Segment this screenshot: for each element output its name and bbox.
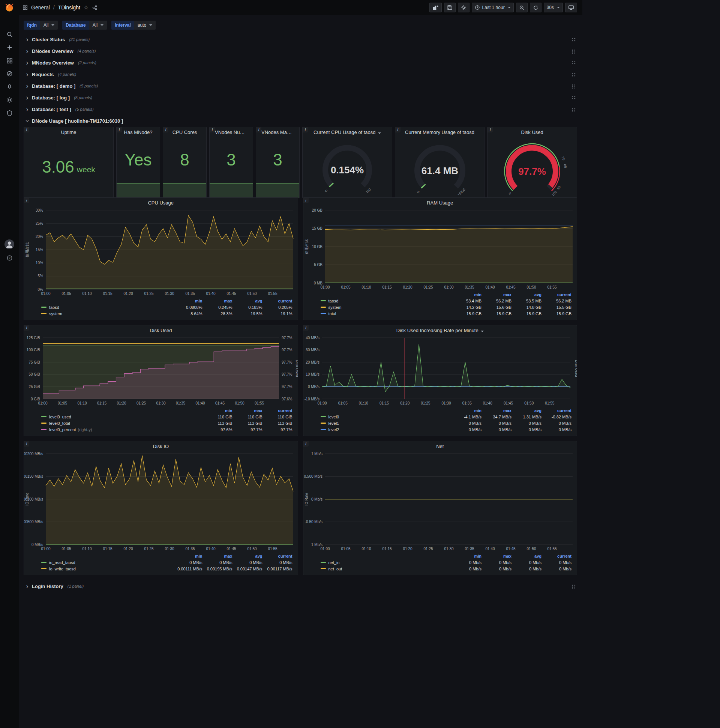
svg-text:-10 MB/s: -10 MB/s <box>304 397 319 401</box>
panel-title[interactable]: Disk Used Increasing Rate per Minute <box>304 325 577 334</box>
dashboard-row[interactable]: ›Database: [ demo ](5 panels) <box>24 80 577 92</box>
alerting-bell-icon[interactable] <box>0 83 19 90</box>
user-avatar[interactable] <box>5 239 14 249</box>
series-name[interactable]: system <box>328 305 342 310</box>
dashboards-icon[interactable] <box>0 57 19 64</box>
share-icon[interactable] <box>92 5 98 11</box>
panel-title[interactable]: Has MNode? <box>117 127 160 136</box>
panel-info-icon[interactable]: i <box>304 441 309 447</box>
row-drag-handle[interactable] <box>571 49 576 54</box>
row-title: Login History <box>32 584 63 589</box>
panel-info-icon[interactable]: i <box>304 325 309 330</box>
chevron-right-icon: › <box>25 71 30 78</box>
variable-label[interactable]: Interval <box>111 21 134 30</box>
star-icon[interactable]: ☆ <box>84 4 88 11</box>
panel-title[interactable]: VNodes Number <box>210 127 253 136</box>
panel-info-icon[interactable]: i <box>117 127 122 133</box>
legend-item: level0_used110 GiB110 GiB110 GiB <box>41 413 293 420</box>
row-drag-handle[interactable] <box>571 95 576 100</box>
dashboard-row[interactable]: ›Cluster Status(21 panels) <box>24 34 577 45</box>
series-name[interactable]: level1 <box>328 421 339 425</box>
series-name[interactable]: level0_percent <box>49 427 76 432</box>
explore-compass-icon[interactable] <box>0 70 19 77</box>
dashboard-row[interactable]: ›DNodes Overview(4 panels) <box>24 46 577 57</box>
svg-text:01:50: 01:50 <box>247 547 256 551</box>
panel-title[interactable]: Uptime <box>24 127 113 136</box>
row-drag-handle[interactable] <box>571 584 576 589</box>
cycle-view-mode-button[interactable] <box>565 3 577 12</box>
panel-title[interactable]: Disk Used <box>488 127 577 136</box>
search-icon[interactable] <box>0 31 19 38</box>
row-login-history[interactable]: › Login History (1 panel) <box>24 581 577 592</box>
variable-value-dropdown[interactable]: auto <box>134 21 156 30</box>
panel-info-icon[interactable]: i <box>488 127 493 133</box>
series-name[interactable]: net_in <box>328 560 340 565</box>
legend-item: level10 MB/s0 MB/s0 MB/s0 MB/s <box>320 420 572 426</box>
series-name[interactable]: system <box>49 312 62 316</box>
dashboard-row[interactable]: ›MNodes Overview(2 panels) <box>24 57 577 68</box>
series-name[interactable]: level0_used <box>49 414 71 419</box>
row-dnode-usage[interactable]: › DNode Usage [ huolinhe-TM1701:6030 ] <box>24 115 577 127</box>
variable-value-dropdown[interactable]: All <box>89 21 107 30</box>
series-name[interactable]: total <box>328 312 336 316</box>
add-panel-button[interactable] <box>429 3 442 12</box>
dashboard-settings-button[interactable] <box>458 3 470 12</box>
panel-info-icon[interactable]: i <box>395 127 401 133</box>
panel-info-icon[interactable]: i <box>303 127 308 133</box>
variable-label[interactable]: Database <box>62 21 89 30</box>
row-drag-handle[interactable] <box>571 107 576 112</box>
series-name[interactable]: level0_total <box>49 421 70 425</box>
panel-title[interactable]: Disk IO <box>24 441 298 450</box>
dashboard-row[interactable]: ›Requests(4 panels) <box>24 69 577 80</box>
legend-item: net_out0 Mb/s0 Mb/s0 Mb/s0 Mb/s <box>320 566 572 572</box>
panel-info-icon[interactable]: i <box>24 325 29 330</box>
stat-value: 3 <box>256 136 299 184</box>
row-drag-handle[interactable] <box>571 72 576 77</box>
refresh-button[interactable] <box>530 3 542 12</box>
panel-title[interactable]: Net <box>304 441 577 450</box>
create-plus-icon[interactable] <box>0 44 19 50</box>
variable-label[interactable]: fqdn <box>24 21 40 30</box>
series-name[interactable]: io_read_taosd <box>49 560 75 565</box>
help-icon[interactable]: ? <box>0 254 19 261</box>
panel-info-icon[interactable]: i <box>210 127 215 133</box>
series-suffix: (right-y) <box>78 427 92 432</box>
panel-title[interactable]: CPU Usage <box>24 198 298 206</box>
row-drag-handle[interactable] <box>571 37 576 42</box>
panel-info-icon[interactable]: i <box>304 198 309 203</box>
panel-title[interactable]: RAM Usage <box>304 198 577 206</box>
series-name[interactable]: taosd <box>328 299 339 303</box>
svg-text:40 MB/s: 40 MB/s <box>306 336 319 340</box>
panel-title[interactable]: Current Memory Usage of taosd <box>395 127 485 136</box>
chart-panel-2: iDisk Used0 GiB97.6%25 GiB97.7%50 GiB97.… <box>24 325 298 436</box>
panel-info-icon[interactable]: i <box>256 127 261 133</box>
series-name[interactable]: level2 <box>328 427 339 432</box>
series-name[interactable]: net_out <box>328 567 342 571</box>
configuration-gear-icon[interactable] <box>0 96 19 103</box>
panel-info-icon[interactable]: i <box>24 441 29 447</box>
series-name[interactable]: taosd <box>49 305 59 310</box>
panel-info-icon[interactable]: i <box>24 127 29 133</box>
series-name[interactable]: level0 <box>328 414 339 419</box>
series-name[interactable]: io_write_taosd <box>49 567 76 571</box>
row-drag-handle[interactable] <box>571 84 576 89</box>
save-dashboard-button[interactable] <box>444 3 456 12</box>
time-range-picker[interactable]: Last 1 hour <box>472 3 514 12</box>
row-drag-handle[interactable] <box>571 60 576 65</box>
variable-value-dropdown[interactable]: All <box>40 21 58 30</box>
server-admin-shield-icon[interactable] <box>0 110 19 116</box>
panel-info-icon[interactable]: i <box>163 127 168 133</box>
panel-info-icon[interactable]: i <box>24 198 29 203</box>
dashboard-row[interactable]: ›Database: [ log ](5 panels) <box>24 92 577 103</box>
breadcrumb-dashboard[interactable]: TDinsight <box>58 5 80 11</box>
breadcrumb-folder[interactable]: General <box>31 5 50 11</box>
series-color-swatch <box>320 562 326 563</box>
dashboard-row[interactable]: ›Database: [ test ](5 panels) <box>24 104 577 115</box>
refresh-interval-dropdown[interactable]: 30s <box>544 3 563 12</box>
panel-title[interactable]: VNodes Masters <box>256 127 299 136</box>
grafana-logo-icon[interactable] <box>0 3 19 12</box>
zoom-out-button[interactable] <box>516 3 528 12</box>
panel-title[interactable]: CPU Cores <box>163 127 206 136</box>
panel-title[interactable]: Disk Used <box>24 325 298 334</box>
panel-title[interactable]: Current CPU Usage of taosd <box>303 127 392 136</box>
